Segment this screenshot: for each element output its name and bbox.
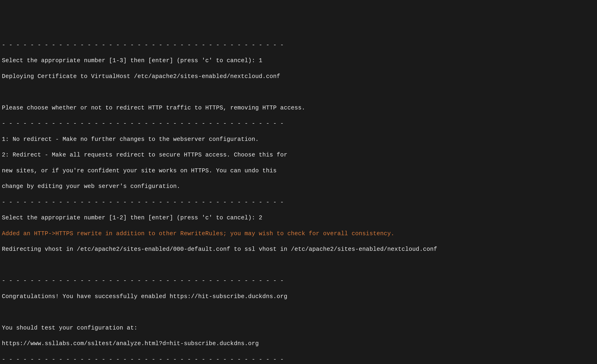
output-line: Please choose whether or not to redirect… bbox=[2, 104, 595, 112]
output-line: change by editing your web server's conf… bbox=[2, 182, 595, 190]
output-line: Select the appropriate number [1-2] then… bbox=[2, 214, 595, 222]
output-line: - - - - - - - - - - - - - - - - - - - - … bbox=[2, 356, 595, 364]
output-line: You should test your configuration at: bbox=[2, 324, 595, 332]
output-line: new sites, or if you're confident your s… bbox=[2, 167, 595, 175]
output-line: - - - - - - - - - - - - - - - - - - - - … bbox=[2, 41, 595, 49]
output-warning-line: Added an HTTP->HTTPS rewrite in addition… bbox=[2, 230, 595, 238]
output-line: - - - - - - - - - - - - - - - - - - - - … bbox=[2, 198, 595, 206]
output-line bbox=[2, 88, 595, 96]
output-line bbox=[2, 261, 595, 269]
output-line: 2: Redirect - Make all requests redirect… bbox=[2, 151, 595, 159]
output-line: 1: No redirect - Make no further changes… bbox=[2, 136, 595, 144]
terminal-output: - - - - - - - - - - - - - - - - - - - - … bbox=[2, 33, 595, 364]
output-line: Congratulations! You have successfully e… bbox=[2, 293, 595, 301]
output-line: Redirecting vhost in /etc/apache2/sites-… bbox=[2, 245, 595, 253]
output-line: - - - - - - - - - - - - - - - - - - - - … bbox=[2, 277, 595, 285]
output-line: Deploying Certificate to VirtualHost /et… bbox=[2, 73, 595, 81]
output-line: - - - - - - - - - - - - - - - - - - - - … bbox=[2, 120, 595, 128]
output-line: Select the appropriate number [1-3] then… bbox=[2, 57, 595, 65]
output-line bbox=[2, 308, 595, 316]
output-line: https://www.ssllabs.com/ssltest/analyze.… bbox=[2, 340, 595, 348]
